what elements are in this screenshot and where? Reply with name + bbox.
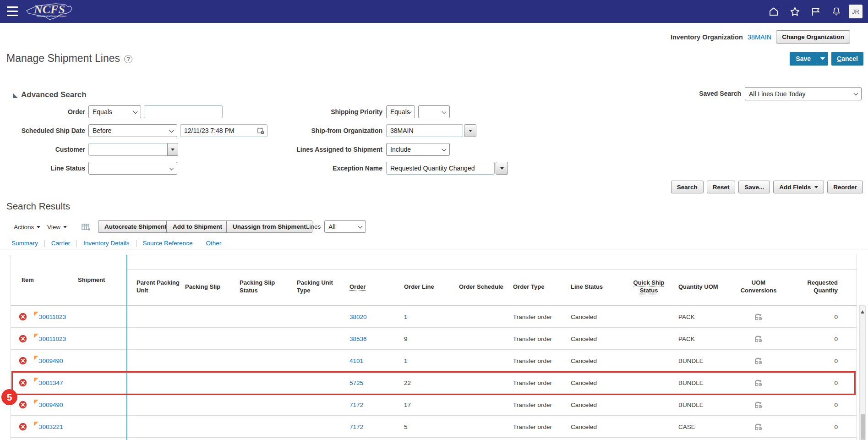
exception-name-input[interactable] xyxy=(386,162,495,175)
uom-conversion-icon[interactable] xyxy=(733,350,784,372)
notifications-bell-icon[interactable] xyxy=(830,6,842,17)
item-link[interactable]: 3009490 xyxy=(39,358,63,364)
add-to-shipment-button[interactable]: Add to Shipment xyxy=(166,220,229,233)
user-avatar[interactable]: JR xyxy=(849,5,863,18)
add-fields-button[interactable]: Add Fields xyxy=(773,181,824,193)
tab-source-reference[interactable]: Source Reference xyxy=(136,240,199,247)
search-button[interactable]: Search xyxy=(671,181,704,193)
advanced-search-header[interactable]: Advanced Search xyxy=(13,90,87,99)
exception-name-dropdown-button[interactable] xyxy=(496,162,508,175)
ship-from-organization-input[interactable] xyxy=(386,124,463,137)
column-header-item[interactable]: Item xyxy=(22,255,34,305)
order-link[interactable]: 7172 xyxy=(349,402,363,408)
scrollbar-thumb[interactable] xyxy=(861,414,865,440)
order-link[interactable]: 4101 xyxy=(349,358,363,364)
order-cell[interactable]: 38536 xyxy=(349,328,367,350)
order-link[interactable]: 38020 xyxy=(349,314,367,320)
inventory-org-value-link[interactable]: 38MAIN xyxy=(748,33,771,41)
actions-menu[interactable]: Actions xyxy=(14,220,40,233)
uom-conversion-icon[interactable] xyxy=(733,306,784,328)
order-cell[interactable]: 38020 xyxy=(349,306,367,328)
column-header-order-schedule[interactable]: Order Schedule xyxy=(459,273,509,301)
column-header-quick-ship-status[interactable]: Quick Ship Status xyxy=(627,273,671,301)
lines-assigned-select[interactable]: Include xyxy=(386,143,450,156)
item-link[interactable]: 3001347 xyxy=(39,380,63,386)
ship-from-organization-dropdown-button[interactable] xyxy=(464,124,476,137)
tab-inventory-details[interactable]: Inventory Details xyxy=(77,240,136,247)
column-header-shipment[interactable]: Shipment xyxy=(78,255,105,305)
table-row[interactable]: 3009490 7172 17 Transfer order Canceled … xyxy=(11,394,857,416)
uom-conversion-icon[interactable] xyxy=(733,372,784,394)
column-header-order-type[interactable]: Order Type xyxy=(513,273,552,301)
hamburger-menu-icon[interactable] xyxy=(7,6,18,16)
view-menu[interactable]: View xyxy=(47,220,67,233)
item-link[interactable]: 3003221 xyxy=(39,424,63,430)
table-row[interactable]: 3003221 7172 5 Transfer order Canceled C… xyxy=(11,416,857,438)
item-link[interactable]: 30011023 xyxy=(39,314,66,320)
help-icon[interactable]: ? xyxy=(124,55,132,63)
column-header-order-line[interactable]: Order Line xyxy=(404,273,438,301)
save-dropdown-button[interactable] xyxy=(817,57,828,60)
item-cell[interactable]: 3001347 xyxy=(34,372,63,394)
order-cell[interactable]: 7172 xyxy=(349,416,363,438)
item-link[interactable]: 30011023 xyxy=(39,336,66,342)
order-operator-select[interactable]: Equals xyxy=(88,105,141,118)
column-header-requested-quantity[interactable]: Requested Quantity xyxy=(785,273,838,301)
order-cell[interactable]: 7172 xyxy=(349,394,363,416)
shipping-priority-operator-select[interactable]: Equals xyxy=(386,105,415,118)
shipping-priority-value-select[interactable] xyxy=(418,105,450,118)
detach-grid-icon[interactable] xyxy=(81,220,90,233)
orange-corner-flag-icon xyxy=(34,312,38,316)
tab-carrier[interactable]: Carrier xyxy=(45,240,76,247)
table-row[interactable]: 30011023 38020 1 Transfer order Canceled… xyxy=(11,306,857,328)
cancel-button[interactable]: Cancel xyxy=(831,52,863,66)
column-header-parent-packing-unit[interactable]: Parent Packing Unit xyxy=(136,273,185,301)
line-status-select[interactable] xyxy=(88,162,177,175)
scheduled-ship-date-operator-select[interactable]: Before xyxy=(88,124,177,137)
uom-conversion-icon[interactable] xyxy=(733,416,784,438)
column-header-packing-unit-type[interactable]: Packing Unit Type xyxy=(297,273,343,301)
reorder-button[interactable]: Reorder xyxy=(827,181,863,193)
lines-filter-select[interactable]: All xyxy=(324,220,366,233)
save-button[interactable]: Save xyxy=(790,55,817,62)
tab-summary[interactable]: Summary xyxy=(11,240,44,247)
column-header-order[interactable]: Order xyxy=(349,273,366,301)
save-search-button[interactable]: Save... xyxy=(738,181,770,193)
customer-dropdown-button[interactable] xyxy=(167,143,178,156)
favorites-star-icon[interactable] xyxy=(789,6,801,17)
frozen-column-divider[interactable] xyxy=(126,255,127,440)
flag-icon[interactable] xyxy=(810,6,822,17)
order-link[interactable]: 38536 xyxy=(349,336,367,342)
order-link[interactable]: 5725 xyxy=(349,380,363,386)
item-link[interactable]: 3009490 xyxy=(39,402,63,408)
unassign-from-shipment-button[interactable]: Unassign from Shipment xyxy=(226,220,312,233)
column-header-packing-slip-status[interactable]: Packing Slip Status xyxy=(240,273,285,301)
item-cell[interactable]: 30011023 xyxy=(34,328,66,350)
column-header-packing-slip[interactable]: Packing Slip xyxy=(185,273,229,301)
ncfs-logo[interactable]: NCFS North Carolina Financial System xyxy=(23,0,80,24)
autocreate-shipment-button[interactable]: Autocreate Shipment xyxy=(98,220,173,233)
item-cell[interactable]: 3009490 xyxy=(34,350,63,372)
scrollbar-up-arrow[interactable] xyxy=(861,310,864,314)
table-vertical-scrollbar[interactable] xyxy=(859,305,866,440)
reset-button[interactable]: Reset xyxy=(707,181,736,193)
order-cell[interactable]: 5725 xyxy=(349,372,363,394)
table-row[interactable]: 3009490 4101 1 Transfer order Canceled B… xyxy=(11,350,857,372)
order-cell[interactable]: 4101 xyxy=(349,350,363,372)
customer-input[interactable] xyxy=(88,143,168,156)
tab-other[interactable]: Other xyxy=(199,240,228,247)
column-header-quantity-uom[interactable]: Quantity UOM xyxy=(678,273,724,301)
table-row[interactable]: 3001347 5725 22 Transfer order Canceled … xyxy=(11,372,857,394)
table-row[interactable]: 30011023 38536 9 Transfer order Canceled… xyxy=(11,328,857,350)
uom-conversion-icon[interactable] xyxy=(733,328,784,350)
item-cell[interactable]: 30011023 xyxy=(34,306,66,328)
saved-search-select[interactable]: All Lines Due Today xyxy=(745,87,862,100)
home-icon[interactable] xyxy=(768,6,780,17)
column-header-uom-conversions[interactable]: UOM Conversions xyxy=(733,273,784,301)
item-cell[interactable]: 3003221 xyxy=(34,416,63,438)
column-header-line-status[interactable]: Line Status xyxy=(571,273,610,301)
item-cell[interactable]: 3009490 xyxy=(34,394,63,416)
order-link[interactable]: 7172 xyxy=(349,424,363,430)
change-organization-button[interactable]: Change Organization xyxy=(776,30,850,44)
uom-conversion-icon[interactable] xyxy=(733,394,784,416)
